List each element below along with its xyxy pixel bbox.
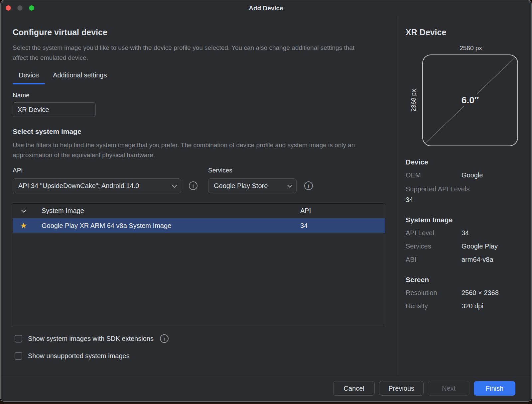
show-unsupported-label: Show unsupported system images bbox=[28, 352, 130, 360]
table-header: System Image API bbox=[13, 204, 385, 218]
tab-additional-settings[interactable]: Additional settings bbox=[47, 71, 113, 84]
services-info-icon[interactable]: i bbox=[304, 181, 313, 190]
table-row[interactable]: ★ Google Play XR ARM 64 v8a System Image… bbox=[13, 218, 385, 233]
select-system-image-heading: Select system image bbox=[13, 128, 385, 136]
density-value: 320 dpi bbox=[462, 302, 483, 310]
resolution-value: 2560 × 2368 bbox=[462, 288, 499, 297]
screen-outline: 6.0″ bbox=[422, 54, 518, 146]
screen-diagram: 2560 px 2368 px 6.0″ bbox=[406, 45, 525, 146]
api-level-value: 34 bbox=[462, 229, 469, 237]
tab-device[interactable]: Device bbox=[13, 71, 45, 84]
screen-width-label: 2560 px bbox=[423, 45, 519, 52]
api-dropdown[interactable]: API 34 "UpsideDownCake"; Android 14.0 bbox=[13, 178, 181, 193]
show-sdk-extensions-checkbox[interactable] bbox=[15, 335, 22, 343]
column-header-system-image[interactable]: System Image bbox=[34, 207, 293, 215]
previous-button[interactable]: Previous bbox=[379, 381, 424, 396]
api-dropdown-value: API 34 "UpsideDownCake"; Android 14.0 bbox=[18, 182, 139, 190]
device-name-input[interactable] bbox=[13, 102, 96, 117]
api-info-icon[interactable]: i bbox=[189, 181, 198, 190]
tab-bar: Device Additional settings bbox=[13, 71, 385, 84]
tab-additional-settings-label: Additional settings bbox=[53, 71, 107, 79]
page-title: Configure virtual device bbox=[13, 28, 385, 37]
show-sdk-extensions-label: Show system images with SDK extensions bbox=[28, 335, 154, 343]
screen-diagonal-label: 6.0″ bbox=[458, 94, 482, 106]
system-image-name: Google Play XR ARM 64 v8a System Image bbox=[34, 222, 293, 230]
close-button[interactable] bbox=[6, 5, 11, 11]
density-row: Density 320 dpi bbox=[406, 302, 525, 310]
services-row: Services Google Play bbox=[406, 242, 525, 251]
screen-section-heading: Screen bbox=[406, 276, 525, 284]
page-description: Select the system image you'd like to us… bbox=[13, 43, 370, 63]
supported-api-row: Supported API Levels 34 bbox=[406, 185, 525, 204]
zoom-button[interactable] bbox=[29, 5, 34, 11]
system-image-api: 34 bbox=[293, 222, 385, 230]
unsupported-images-row: Show unsupported system images bbox=[15, 352, 385, 360]
window-title: Add Device bbox=[249, 5, 283, 12]
supported-api-label: Supported API Levels bbox=[406, 185, 525, 193]
sdk-extensions-info-icon[interactable]: i bbox=[160, 334, 169, 343]
sdk-extensions-row: Show system images with SDK extensions i bbox=[15, 334, 385, 343]
star-icon: ★ bbox=[13, 222, 34, 230]
titlebar: Add Device bbox=[1, 0, 531, 16]
abi-row: ABI arm64-v8a bbox=[406, 255, 525, 264]
api-level-row: API Level 34 bbox=[406, 229, 525, 237]
traffic-lights bbox=[6, 5, 34, 11]
cancel-button[interactable]: Cancel bbox=[333, 381, 375, 396]
screen-height-label: 2368 px bbox=[410, 54, 418, 146]
system-image-table: System Image API ★ Google Play XR ARM 64… bbox=[13, 203, 385, 326]
services-label: Services bbox=[406, 242, 462, 251]
api-filter-label: API bbox=[13, 167, 181, 174]
device-details-panel: XR Device 2560 px 2368 px 6.0″ Device OE… bbox=[398, 16, 531, 375]
resolution-row: Resolution 2560 × 2368 bbox=[406, 288, 525, 297]
device-section-heading: Device bbox=[406, 158, 525, 166]
tab-device-label: Device bbox=[19, 71, 39, 79]
filter-row: API API 34 "UpsideDownCake"; Android 14.… bbox=[13, 167, 385, 193]
services-dropdown-value: Google Play Store bbox=[214, 182, 268, 190]
dialog-footer: Cancel Previous Next Finish bbox=[1, 375, 531, 401]
column-header-api[interactable]: API bbox=[293, 207, 385, 215]
oem-row: OEM Google bbox=[406, 171, 525, 179]
api-level-label: API Level bbox=[406, 229, 462, 237]
oem-value: Google bbox=[462, 171, 483, 179]
finish-button[interactable]: Finish bbox=[474, 381, 515, 396]
add-device-dialog: Add Device Configure virtual device Sele… bbox=[0, 0, 532, 402]
name-label: Name bbox=[13, 92, 385, 99]
services-filter-label: Services bbox=[208, 167, 297, 174]
abi-label: ABI bbox=[406, 255, 462, 264]
oem-label: OEM bbox=[406, 171, 462, 179]
main-panel: Configure virtual device Select the syst… bbox=[1, 16, 398, 375]
collapse-all-icon[interactable] bbox=[21, 208, 26, 213]
system-image-section-heading: System Image bbox=[406, 216, 525, 224]
chevron-down-icon bbox=[172, 183, 177, 188]
chevron-down-icon bbox=[287, 183, 293, 188]
next-button: Next bbox=[428, 381, 469, 396]
abi-value: arm64-v8a bbox=[462, 255, 493, 264]
services-dropdown[interactable]: Google Play Store bbox=[208, 178, 297, 193]
supported-api-value: 34 bbox=[406, 195, 525, 204]
show-unsupported-checkbox[interactable] bbox=[15, 352, 22, 360]
density-label: Density bbox=[406, 302, 462, 310]
select-system-image-description: Use the filters to help find the system … bbox=[13, 140, 367, 160]
resolution-label: Resolution bbox=[406, 288, 462, 297]
device-panel-title: XR Device bbox=[406, 28, 525, 37]
minimize-button bbox=[17, 5, 23, 11]
services-value: Google Play bbox=[462, 242, 498, 251]
